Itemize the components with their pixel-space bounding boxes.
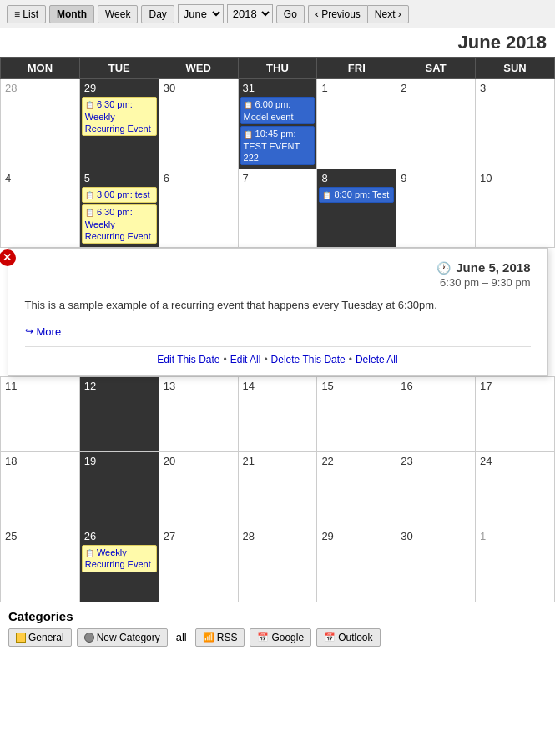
day-cell: 16: [396, 376, 476, 451]
day-cell-tue-26: 26 📋 Weekly Recurring Event: [79, 527, 159, 602]
category-new[interactable]: New Category: [77, 628, 168, 647]
day-number: 29: [82, 81, 157, 95]
day-cell: 11: [1, 376, 80, 451]
day-cell: 21: [238, 451, 317, 527]
day-cell: 30: [396, 527, 476, 602]
external-link-icon: ↪: [25, 325, 33, 337]
new-category-icon: [84, 633, 94, 643]
day-cell-mon-4: 4: [1, 169, 80, 248]
popup-time: 6:30 pm – 9:30 pm: [25, 276, 531, 289]
category-label: Outlook: [338, 632, 372, 643]
day-number: 28: [3, 81, 78, 95]
edit-this-date-link[interactable]: Edit This Date: [157, 354, 219, 365]
day-number: 8: [319, 171, 394, 185]
separator-2: •: [264, 354, 267, 365]
close-popup-button[interactable]: ✕: [0, 249, 16, 266]
clock-icon: 🕐: [436, 261, 451, 275]
day-number: 16: [398, 379, 473, 393]
day-number: 25: [3, 529, 78, 543]
day-cell: 2: [396, 79, 476, 169]
category-general[interactable]: General: [8, 628, 72, 647]
header-sat: SAT: [396, 58, 476, 79]
day-cell: 29: [317, 527, 396, 602]
month-button[interactable]: Month: [49, 5, 94, 23]
calendar-grid: MON TUE WED THU FRI SAT SUN 28 29 📋 6:30…: [0, 57, 555, 602]
event-test-3pm[interactable]: 📋 3:00 pm: test: [82, 187, 157, 203]
toolbar: ≡ List Month Week Day June 2018 Go ‹ Pre…: [0, 0, 555, 28]
event-label: Weekly Recurring Event: [85, 547, 151, 570]
rss-icon: 📶: [203, 632, 214, 643]
day-number: 30: [398, 529, 473, 543]
prev-button[interactable]: ‹ Previous: [308, 5, 367, 23]
day-cell: 1: [317, 79, 396, 169]
day-number: 17: [477, 379, 552, 393]
year-select[interactable]: 2018: [227, 4, 273, 23]
day-cell: 22: [317, 451, 396, 527]
event-label: 6:30 pm: Weekly Recurring Event: [85, 207, 151, 241]
event-icon: 📋: [85, 209, 94, 217]
delete-this-date-link[interactable]: Delete This Date: [271, 354, 346, 365]
list-button[interactable]: ≡ List: [7, 5, 46, 23]
day-cell: 19: [79, 451, 159, 527]
month-select[interactable]: June: [178, 4, 224, 23]
day-cell: 15: [317, 376, 396, 451]
day-number: 15: [319, 379, 394, 393]
day-number: 3: [477, 81, 552, 95]
go-button[interactable]: Go: [276, 5, 305, 23]
event-test-830[interactable]: 📋 8:30 pm: Test: [319, 187, 394, 203]
day-number: 28: [240, 529, 315, 543]
day-cell: 20: [159, 451, 238, 527]
week-button[interactable]: Week: [98, 5, 138, 23]
delete-all-link[interactable]: Delete All: [356, 354, 398, 365]
category-label: New Category: [97, 632, 160, 643]
event-weekly-recurring-2[interactable]: 📋 6:30 pm: Weekly Recurring Event: [82, 204, 157, 244]
day-number: 1: [477, 529, 552, 543]
category-label: RSS: [217, 632, 238, 643]
day-number: 1: [319, 81, 394, 95]
category-label: Google: [271, 632, 304, 643]
day-number: 18: [3, 454, 78, 468]
day-number: 2: [398, 81, 473, 95]
day-cell: 24: [476, 451, 555, 527]
day-cell: 25: [1, 527, 80, 602]
event-test-event-222[interactable]: 📋 10:45 pm: TEST EVENT 222: [240, 126, 315, 165]
day-cell-tue-5: 5 📋 3:00 pm: test 📋 6:30 pm: Weekly Recu…: [79, 169, 159, 248]
day-cell: 3: [476, 79, 555, 169]
category-google[interactable]: 📅 Google: [250, 628, 311, 647]
day-button[interactable]: Day: [141, 5, 174, 23]
edit-all-link[interactable]: Edit All: [230, 354, 261, 365]
day-number: 27: [161, 529, 236, 543]
popup-date-row: 🕐 June 5, 2018: [25, 260, 531, 275]
day-number: 23: [398, 454, 473, 468]
popup-divider: [25, 346, 531, 347]
prev-next-group: ‹ Previous Next ›: [308, 5, 409, 23]
day-number: 11: [3, 379, 78, 393]
category-all: all: [173, 631, 190, 643]
calendar-header-row: MON TUE WED THU FRI SAT SUN: [1, 58, 555, 79]
event-weekly-recurring-1[interactable]: 📋 6:30 pm: Weekly Recurring Event: [82, 97, 157, 136]
category-label: General: [28, 632, 64, 643]
categories-title: Categories: [8, 609, 547, 623]
day-number: 9: [398, 171, 473, 185]
more-label: More: [37, 325, 62, 338]
popup-more-link[interactable]: ↪ More: [25, 325, 531, 338]
separator-1: •: [224, 354, 227, 365]
popup-description: This is a sample example of a recurring …: [25, 297, 531, 314]
header-thu: THU: [238, 58, 317, 79]
category-rss[interactable]: 📶 RSS: [195, 628, 245, 647]
day-cell: 30: [159, 79, 238, 169]
header-wed: WED: [159, 58, 238, 79]
categories-list: General New Category all 📶 RSS 📅 Google …: [8, 628, 547, 647]
day-cell: 28: [1, 79, 80, 169]
event-model-event[interactable]: 📋 6:00 pm: Model event: [240, 97, 315, 124]
event-label: 6:30 pm: Weekly Recurring Event: [85, 99, 151, 134]
general-icon: [16, 633, 26, 643]
event-weekly-recurring-5[interactable]: 📋 Weekly Recurring Event: [82, 545, 157, 572]
day-number: 22: [319, 454, 394, 468]
category-outlook[interactable]: 📅 Outlook: [316, 628, 380, 647]
day-number: 5: [82, 171, 157, 185]
day-cell-sat-9: 9: [396, 169, 476, 248]
day-cell: 27: [159, 527, 238, 602]
next-button[interactable]: Next ›: [367, 5, 409, 23]
week-row-3: 11 12 13 14 15 16 17: [1, 376, 555, 451]
